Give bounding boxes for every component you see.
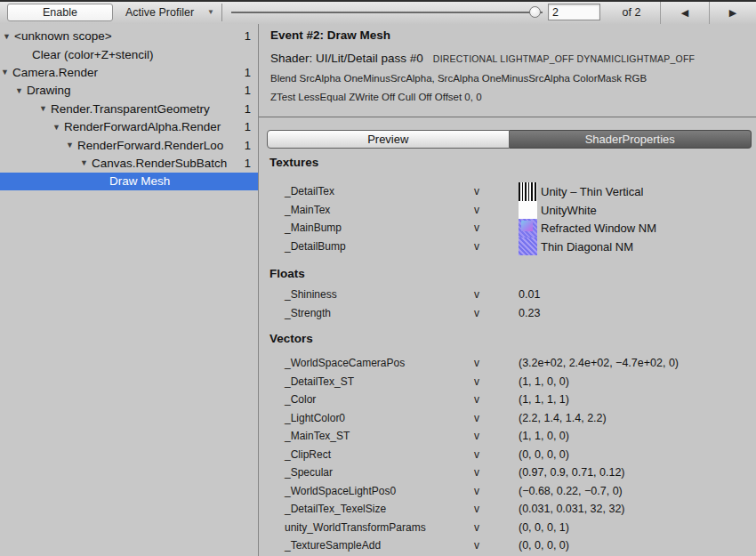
- property-name: _ClipRect: [285, 448, 331, 461]
- property-value: (1, 1, 1, 1): [519, 393, 569, 406]
- tab-preview[interactable]: Preview: [267, 130, 510, 149]
- property-flag: v: [474, 466, 479, 479]
- property-value: (0.031, 0.031, 32, 32): [519, 503, 625, 515]
- blend-state-line: Blend SrcAlpha OneMinusSrcAlpha, SrcAlph…: [270, 73, 647, 84]
- tab-shaderproperties[interactable]: ShaderProperties: [510, 130, 752, 149]
- foldout-icon[interactable]: ▼: [39, 104, 51, 113]
- property-value: (2.2, 1.4, 1.4, 2.2): [519, 412, 607, 424]
- property-row: _Specularv(0.97, 0.9, 0.71, 0.12): [259, 463, 756, 482]
- prev-event-button[interactable]: ◀: [661, 2, 709, 24]
- property-value: (1, 1, 0, 0): [519, 375, 569, 388]
- foldout-icon[interactable]: ▼: [80, 158, 92, 167]
- event-slider[interactable]: [231, 2, 544, 24]
- tree-item-count: 1: [245, 136, 251, 154]
- tree-item-render-transparentgeometry[interactable]: ▼Render.TransparentGeometry1: [0, 100, 258, 117]
- tree-item-count: 1: [245, 154, 251, 172]
- tree-item-clear-color-z-stencil-[interactable]: Clear (color+Z+stencil): [0, 45, 258, 63]
- property-flag: v: [474, 375, 479, 388]
- property-flag: v: [474, 307, 479, 319]
- property-row: unity_WorldTransformParamsv(0, 0, 0, 1): [259, 519, 756, 537]
- property-flag: v: [474, 430, 479, 442]
- tree-item-label: <unknown scope>: [14, 29, 258, 43]
- ztest-state-line: ZTest LessEqual ZWrite Off Cull Off Offs…: [270, 92, 482, 102]
- property-name: _DetailTex_ST: [285, 375, 354, 388]
- section-title-vectors: Vectors: [269, 332, 313, 345]
- property-row: _MainTexvUnityWhite: [259, 201, 756, 220]
- property-row: _ClipRectv(0, 0, 0, 0): [259, 446, 756, 464]
- texture-thumbnail-white: [519, 201, 537, 220]
- foldout-icon[interactable]: ▼: [66, 141, 77, 149]
- tree-item--unknown-scope-[interactable]: ▼<unknown scope>1: [0, 28, 258, 45]
- property-value: (0.97, 0.9, 0.71, 0.12): [519, 466, 625, 479]
- tree-item-count: 1: [245, 28, 251, 45]
- tree-item-label: Drawing: [27, 84, 258, 97]
- tree-item-label: Clear (color+Z+stencil): [32, 48, 258, 61]
- foldout-icon[interactable]: ▼: [15, 86, 27, 95]
- tree-item-label: Canvas.RenderSubBatch: [92, 157, 258, 170]
- property-row: _DetailTex_STv(1, 1, 0, 0): [259, 373, 756, 391]
- property-name: _LightColor0: [285, 412, 345, 424]
- texture-thumbnail-diagonal: [519, 238, 537, 256]
- event-details-panel: Event #2: Draw Mesh Shader: UI/Lit/Detai…: [259, 24, 756, 556]
- property-flag: v: [474, 521, 479, 534]
- tree-item-renderforward-renderloo[interactable]: ▼RenderForward.RenderLoo1: [0, 136, 258, 154]
- header-divider: [259, 117, 756, 117]
- foldout-icon[interactable]: ▼: [3, 32, 14, 41]
- property-row: _MainTex_STv(1, 1, 0, 0): [259, 427, 756, 446]
- property-name: _WorldSpaceLightPos0: [285, 485, 396, 497]
- event-total-label: of 2: [607, 6, 656, 19]
- tree-item-canvas-rendersubbatch[interactable]: ▼Canvas.RenderSubBatch1: [0, 154, 258, 172]
- property-name: _TextureSampleAdd: [285, 539, 381, 552]
- slider-track: [231, 12, 543, 14]
- property-value: 0.01: [519, 288, 540, 301]
- foldout-icon[interactable]: ▼: [1, 68, 12, 77]
- tree-item-camera-render[interactable]: ▼Camera.Render1: [0, 63, 258, 81]
- event-title: Event #2: Draw Mesh: [270, 28, 390, 42]
- property-value: (1, 1, 0, 0): [519, 430, 569, 442]
- property-name: _Shininess: [285, 288, 337, 301]
- slider-knob[interactable]: [529, 6, 541, 18]
- texture-name: Thin Diagonal NM: [541, 239, 633, 253]
- shader-name: Shader: UI/Lit/Detail pass #0: [270, 52, 423, 65]
- next-event-button[interactable]: ▶: [710, 2, 756, 24]
- property-flag: v: [474, 240, 479, 253]
- tree-item-label: Draw Mesh: [109, 174, 258, 188]
- texture-name: UnityWhite: [541, 203, 597, 216]
- property-row: _LightColor0v(2.2, 1.4, 1.4, 2.2): [259, 409, 756, 428]
- tree-item-label: Camera.Render: [12, 66, 258, 79]
- shader-keywords: DIRECTIONAL LIGHTMAP_OFF DYNAMICLIGHTMAP…: [433, 53, 695, 64]
- toolbar: Enable Active Profiler ▼ of 2 ◀ ▶: [0, 2, 756, 25]
- enable-toggle-button[interactable]: Enable: [7, 4, 113, 21]
- tree-item-draw-mesh[interactable]: Draw Mesh: [0, 173, 258, 190]
- tree-item-label: RenderForward.RenderLoo: [77, 139, 258, 152]
- section-rows-vectors: _WorldSpaceCameraPosv(3.2e+02, 2.4e+02, …: [259, 354, 756, 555]
- property-flag: v: [474, 412, 479, 424]
- property-name: _Specular: [285, 466, 333, 479]
- active-profiler-dropdown[interactable]: Active Profiler ▼: [114, 4, 222, 21]
- property-flag: v: [474, 393, 479, 406]
- property-row: _DetailTexvUnity – Thin Vertical: [259, 182, 756, 201]
- property-flag: v: [474, 204, 479, 216]
- property-row: _TextureSampleAddv(0, 0, 0, 0): [259, 536, 756, 555]
- tree-item-count: 1: [245, 100, 251, 117]
- property-row: _DetailBumpvThin Diagonal NM: [259, 238, 756, 256]
- property-row: _WorldSpaceLightPos0v(−0.68, 0.22, −0.7,…: [259, 482, 756, 501]
- details-tabbar: Preview ShaderProperties: [267, 130, 752, 149]
- event-number-input[interactable]: [548, 4, 600, 20]
- tree-item-drawing[interactable]: ▼Drawing1: [0, 82, 258, 100]
- section-title-floats: Floats: [269, 267, 305, 280]
- property-flag: v: [474, 185, 479, 197]
- tree-item-renderforwardalpha-render[interactable]: ▼RenderForwardAlpha.Render1: [0, 117, 258, 135]
- property-value: 0.23: [519, 307, 540, 319]
- property-flag: v: [474, 503, 479, 515]
- foldout-icon[interactable]: ▼: [52, 123, 64, 132]
- property-value: (0, 0, 0, 1): [519, 521, 569, 534]
- property-flag: v: [474, 222, 479, 234]
- property-name: _MainTex_ST: [285, 430, 350, 442]
- event-hierarchy-tree: ▼<unknown scope>1Clear (color+Z+stencil)…: [0, 24, 259, 556]
- tree-item-count: 1: [245, 82, 251, 100]
- texture-name: Unity – Thin Vertical: [541, 185, 643, 198]
- texture-thumbnail-refracted: [519, 219, 537, 238]
- shader-line: Shader: UI/Lit/Detail pass #0 DIRECTIONA…: [270, 52, 695, 65]
- section-rows-floats: _Shininessv0.01_Strengthv0.23: [259, 286, 756, 322]
